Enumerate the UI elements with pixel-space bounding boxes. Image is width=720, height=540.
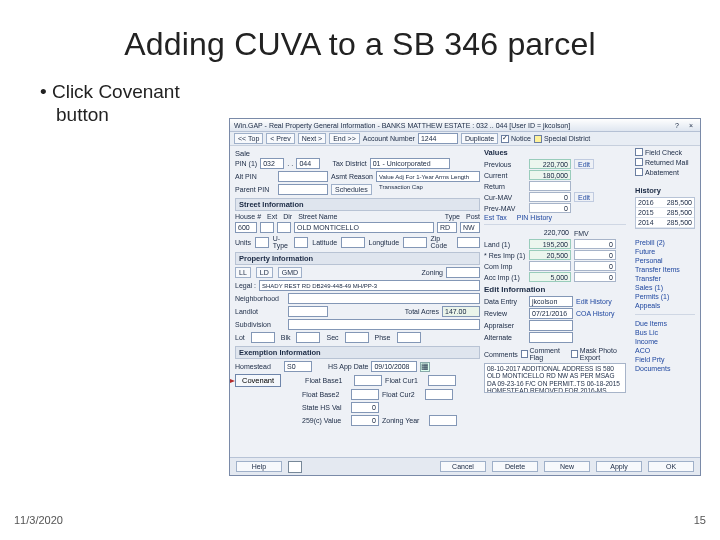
link-sales[interactable]: Sales (1)	[635, 284, 695, 291]
long-input[interactable]	[403, 237, 426, 248]
zoning-input[interactable]	[446, 267, 480, 278]
special-district-checkbox[interactable]: Special District	[534, 135, 590, 143]
ld-button[interactable]: LD	[256, 267, 273, 278]
sec-input[interactable]	[345, 332, 369, 343]
pin1b-input[interactable]: 044	[296, 158, 320, 169]
homestead-select[interactable]: S0	[284, 361, 312, 372]
notice-checkbox[interactable]: Notice	[501, 135, 531, 143]
returned-mail-checkbox[interactable]: Returned Mail	[635, 158, 695, 166]
calendar-icon[interactable]: ▦	[420, 362, 430, 372]
covenant-button[interactable]: Covenant	[235, 374, 281, 387]
ll-button[interactable]: LL	[235, 267, 251, 278]
state-hs-val-input[interactable]: 0	[351, 402, 379, 413]
middle-column: Values Previous220,700Edit Current180,00…	[484, 146, 626, 393]
street-info-section: Street Information	[235, 198, 480, 211]
link-income[interactable]: Income	[635, 338, 695, 345]
window-title: Win.GAP - Real Property General Informat…	[234, 122, 570, 129]
comment-flag-checkbox[interactable]: Comment Flag	[521, 347, 565, 361]
post-input[interactable]: NW	[460, 222, 480, 233]
link-permits[interactable]: Permits (1)	[635, 293, 695, 300]
slide-date: 11/3/2020	[14, 514, 63, 526]
edit-info-title: Edit Information	[484, 285, 626, 294]
float-cur1-input[interactable]	[428, 375, 456, 386]
link-due-items[interactable]: Due Items	[635, 320, 695, 327]
account-number-input[interactable]: 1244	[418, 133, 458, 144]
gmd-button[interactable]: GMD	[278, 267, 302, 278]
new-button[interactable]: New	[544, 461, 590, 472]
sale-label: Sale	[235, 149, 250, 158]
coa-history-button[interactable]: COA History	[576, 310, 615, 317]
nav-next-button[interactable]: Next >	[298, 133, 326, 144]
nav-end-button[interactable]: End >>	[329, 133, 360, 144]
house-input[interactable]: 600	[235, 222, 257, 233]
link-transfer[interactable]: Transfer	[635, 275, 695, 282]
total-acres-input[interactable]: 147.00	[442, 306, 480, 317]
review-input[interactable]: 07/21/2016	[529, 308, 573, 319]
comments-textarea[interactable]: 08-10-2017 ADDITIONAL ADDRESS IS 580 OLD…	[484, 363, 626, 393]
schedules-button[interactable]: Schedules	[331, 184, 372, 195]
camera-icon[interactable]	[288, 461, 302, 473]
property-info-section: Property Information	[235, 252, 480, 265]
blk-input[interactable]	[296, 332, 320, 343]
link-future[interactable]: Future	[635, 248, 695, 255]
navbar: << Top < Prev Next > End >> Account Numb…	[230, 132, 700, 146]
cancel-button[interactable]: Cancel	[440, 461, 486, 472]
link-field-prty[interactable]: Field Prty	[635, 356, 695, 363]
float-base2-input[interactable]	[351, 389, 379, 400]
float-cur2-input[interactable]	[425, 389, 453, 400]
parent-pin-input[interactable]	[278, 184, 328, 195]
259c-value-input[interactable]: 0	[351, 415, 379, 426]
slide-page-number: 15	[694, 514, 706, 526]
appraiser-input[interactable]	[529, 320, 573, 331]
help-button[interactable]: Help	[236, 461, 282, 472]
link-aco[interactable]: ACO	[635, 347, 695, 354]
nav-prev-button[interactable]: < Prev	[266, 133, 294, 144]
delete-button[interactable]: Delete	[492, 461, 538, 472]
street-input[interactable]: OLD MONTICELLO	[294, 222, 434, 233]
values-edit2-button[interactable]: Edit	[574, 192, 594, 202]
utype-input[interactable]	[294, 237, 308, 248]
values-edit-button[interactable]: Edit	[574, 159, 594, 169]
link-prebill[interactable]: Prebill (2)	[635, 239, 695, 246]
link-documents[interactable]: Documents	[635, 365, 695, 372]
lat-input[interactable]	[341, 237, 364, 248]
ok-button[interactable]: OK	[648, 461, 694, 472]
ext-input[interactable]	[260, 222, 274, 233]
duplicate-button[interactable]: Duplicate	[461, 133, 498, 144]
close-icon[interactable]: ×	[686, 122, 696, 129]
units-input[interactable]	[255, 237, 269, 248]
est-tax-button[interactable]: Est Tax	[484, 214, 507, 221]
legal-input[interactable]: SHADY REST RD DB249-448-49 MH/PP-3	[259, 280, 480, 291]
pin-history-button[interactable]: PIN History	[517, 214, 552, 221]
zip-input[interactable]	[457, 237, 480, 248]
abatement-checkbox[interactable]: Abatement	[635, 168, 695, 176]
nav-top-button[interactable]: << Top	[234, 133, 263, 144]
apply-button[interactable]: Apply	[596, 461, 642, 472]
neighborhood-select[interactable]	[288, 293, 480, 304]
field-check-checkbox[interactable]: Field Check	[635, 148, 695, 156]
current-value: 180,000	[529, 170, 571, 180]
phse-input[interactable]	[397, 332, 421, 343]
pin1a-input[interactable]: 032	[260, 158, 284, 169]
zoning-year-input[interactable]	[429, 415, 457, 426]
alt-pin-input[interactable]	[278, 171, 328, 182]
alternate-input[interactable]	[529, 332, 573, 343]
asmt-reason-select[interactable]: Value Adj For 1-Year Arms Length Transac…	[376, 171, 480, 182]
link-personal[interactable]: Personal	[635, 257, 695, 264]
hs-app-date-input[interactable]: 09/10/2008	[371, 361, 417, 372]
edit-history-button[interactable]: Edit History	[576, 298, 612, 305]
float-base1-input[interactable]	[354, 375, 382, 386]
link-transfer-items[interactable]: Transfer Items	[635, 266, 695, 273]
mask-photo-checkbox[interactable]: Mask Photo Export	[571, 347, 626, 361]
lot-input[interactable]	[251, 332, 275, 343]
data-entry-input[interactable]: jkcolson	[529, 296, 573, 307]
link-bus-lic[interactable]: Bus Lic	[635, 329, 695, 336]
subdivision-input[interactable]	[288, 319, 480, 330]
help-icon[interactable]: ?	[672, 122, 682, 129]
dir-input[interactable]	[277, 222, 291, 233]
tax-district-select[interactable]: 01 - Unicorporated	[370, 158, 450, 169]
street-type-select[interactable]: RD	[437, 222, 457, 233]
app-window: Win.GAP - Real Property General Informat…	[229, 118, 701, 476]
landlot-input[interactable]	[288, 306, 328, 317]
link-appeals[interactable]: Appeals	[635, 302, 695, 309]
